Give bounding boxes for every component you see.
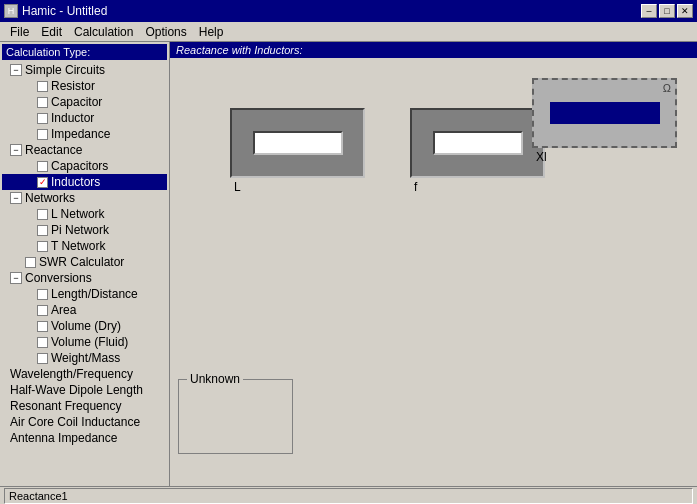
sidebar-item-label: Antenna Impedance	[10, 431, 117, 445]
checkbox-swr[interactable]	[25, 257, 36, 268]
result-display: Ω Xl	[532, 78, 677, 148]
main-layout: Calculation Type: − Simple Circuits Resi…	[0, 42, 697, 486]
menu-edit[interactable]: Edit	[35, 24, 68, 40]
sidebar-item-capacitors[interactable]: Capacitors	[2, 158, 167, 174]
content-area: Reactance with Inductors: L f Ω Xl Unkno…	[170, 42, 697, 486]
expand-icon: −	[10, 192, 22, 204]
sidebar-item-resistor[interactable]: Resistor	[2, 78, 167, 94]
expand-icon: −	[10, 272, 22, 284]
sidebar: Calculation Type: − Simple Circuits Resi…	[0, 42, 170, 486]
menu-bar: File Edit Calculation Options Help	[0, 22, 697, 42]
checkbox-area[interactable]	[37, 305, 48, 316]
checkbox-pi-network[interactable]	[37, 225, 48, 236]
sidebar-item-inductor[interactable]: Inductor	[2, 110, 167, 126]
sidebar-item-label: Resonant Frequency	[10, 399, 121, 413]
app-icon: H	[4, 4, 18, 18]
sidebar-item-label: Capacitor	[51, 95, 102, 109]
sidebar-item-label: Pi Network	[51, 223, 109, 237]
checkbox-impedance[interactable]	[37, 129, 48, 140]
f-input-panel: f	[410, 108, 545, 178]
sidebar-item-label: Inductors	[51, 175, 100, 189]
checkbox-inductors[interactable]: ✓	[37, 177, 48, 188]
menu-options[interactable]: Options	[139, 24, 192, 40]
sidebar-item-volume-dry[interactable]: Volume (Dry)	[2, 318, 167, 334]
sidebar-item-simple-circuits[interactable]: − Simple Circuits	[2, 62, 167, 78]
sidebar-item-half-wave[interactable]: Half-Wave Dipole Length	[2, 382, 167, 398]
checkbox-l-network[interactable]	[37, 209, 48, 220]
sidebar-item-area[interactable]: Area	[2, 302, 167, 318]
menu-file[interactable]: File	[4, 24, 35, 40]
sidebar-item-networks[interactable]: − Networks	[2, 190, 167, 206]
sidebar-item-resonant[interactable]: Resonant Frequency	[2, 398, 167, 414]
sidebar-item-label: Impedance	[51, 127, 110, 141]
sidebar-item-label: Resistor	[51, 79, 95, 93]
sidebar-item-label: Simple Circuits	[25, 63, 105, 77]
xl-label: Xl	[536, 150, 547, 164]
title-bar: H Hamic - Untitled – □ ✕	[0, 0, 697, 22]
sidebar-item-label: Area	[51, 303, 76, 317]
checkbox-volume-fluid[interactable]	[37, 337, 48, 348]
window-title: Hamic - Untitled	[22, 4, 107, 18]
sidebar-item-label: Volume (Fluid)	[51, 335, 128, 349]
l-input[interactable]	[253, 131, 343, 155]
sidebar-item-label: Conversions	[25, 271, 92, 285]
menu-help[interactable]: Help	[193, 24, 230, 40]
sidebar-item-label: Length/Distance	[51, 287, 138, 301]
sidebar-item-label: T Network	[51, 239, 105, 253]
sidebar-item-swr-calculator[interactable]: SWR Calculator	[2, 254, 167, 270]
sidebar-item-label: Half-Wave Dipole Length	[10, 383, 143, 397]
maximize-button[interactable]: □	[659, 4, 675, 18]
sidebar-item-inductors[interactable]: ✓ Inductors	[2, 174, 167, 190]
sidebar-item-label: Air Core Coil Inductance	[10, 415, 140, 429]
expand-icon: −	[10, 144, 22, 156]
minimize-button[interactable]: –	[641, 4, 657, 18]
status-text: Reactance1	[4, 488, 693, 504]
menu-calculation[interactable]: Calculation	[68, 24, 139, 40]
sidebar-item-t-network[interactable]: T Network	[2, 238, 167, 254]
f-label: f	[414, 180, 417, 194]
sidebar-header: Calculation Type:	[2, 44, 167, 60]
l-input-panel: L	[230, 108, 365, 178]
result-icon: Ω	[663, 82, 671, 94]
sidebar-item-label: Weight/Mass	[51, 351, 120, 365]
result-value-bar	[550, 102, 660, 124]
sidebar-item-l-network[interactable]: L Network	[2, 206, 167, 222]
sidebar-item-label: L Network	[51, 207, 105, 221]
sidebar-item-antenna[interactable]: Antenna Impedance	[2, 430, 167, 446]
sidebar-item-capacitor[interactable]: Capacitor	[2, 94, 167, 110]
sidebar-item-label: Networks	[25, 191, 75, 205]
sidebar-item-conversions[interactable]: − Conversions	[2, 270, 167, 286]
sidebar-item-weight-mass[interactable]: Weight/Mass	[2, 350, 167, 366]
sidebar-item-reactance[interactable]: − Reactance	[2, 142, 167, 158]
sidebar-item-label: SWR Calculator	[39, 255, 124, 269]
sidebar-item-pi-network[interactable]: Pi Network	[2, 222, 167, 238]
status-bar: Reactance1	[0, 486, 697, 504]
unknown-label: Unknown	[187, 372, 243, 386]
checkbox-weight[interactable]	[37, 353, 48, 364]
checkbox-capacitors[interactable]	[37, 161, 48, 172]
checkbox-volume-dry[interactable]	[37, 321, 48, 332]
unknown-group-box: Unknown	[178, 379, 293, 454]
window-controls: – □ ✕	[641, 4, 693, 18]
sidebar-item-volume-fluid[interactable]: Volume (Fluid)	[2, 334, 167, 350]
sidebar-item-label: Volume (Dry)	[51, 319, 121, 333]
l-label: L	[234, 180, 241, 194]
sidebar-item-label: Capacitors	[51, 159, 108, 173]
sidebar-item-impedance[interactable]: Impedance	[2, 126, 167, 142]
checkbox-resistor[interactable]	[37, 81, 48, 92]
checkbox-capacitor[interactable]	[37, 97, 48, 108]
close-button[interactable]: ✕	[677, 4, 693, 18]
sidebar-item-label: Reactance	[25, 143, 82, 157]
sidebar-item-wavelength[interactable]: Wavelength/Frequency	[2, 366, 167, 382]
checkbox-t-network[interactable]	[37, 241, 48, 252]
content-body: L f Ω Xl Unknown	[170, 58, 697, 484]
content-header: Reactance with Inductors:	[170, 42, 697, 58]
checkbox-inductor[interactable]	[37, 113, 48, 124]
f-input[interactable]	[433, 131, 523, 155]
sidebar-item-label: Wavelength/Frequency	[10, 367, 133, 381]
checkbox-length[interactable]	[37, 289, 48, 300]
expand-icon: −	[10, 64, 22, 76]
sidebar-item-length-distance[interactable]: Length/Distance	[2, 286, 167, 302]
sidebar-item-air-core[interactable]: Air Core Coil Inductance	[2, 414, 167, 430]
sidebar-item-label: Inductor	[51, 111, 94, 125]
